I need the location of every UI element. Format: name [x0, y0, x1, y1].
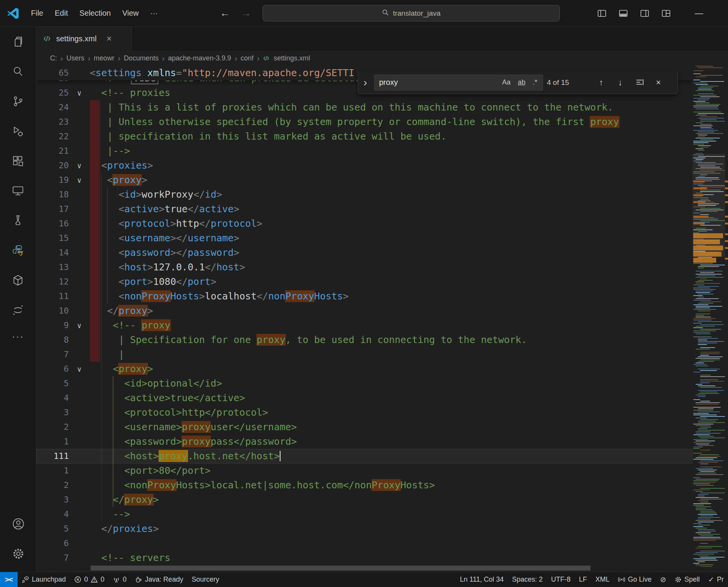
code-line[interactable]: 4 <active>true</active>: [36, 391, 692, 405]
status-prettier[interactable]: ✓Pr: [704, 572, 728, 587]
menu-selection[interactable]: Selection: [74, 6, 117, 21]
line-number[interactable]: 11: [36, 289, 69, 304]
code-line[interactable]: 1 <port>80</port>: [36, 463, 692, 478]
account-icon[interactable]: [0, 509, 36, 539]
toggle-sidebar-icon[interactable]: [597, 8, 607, 18]
code-line[interactable]: 24 | This is a list of proxies which can…: [36, 100, 692, 115]
breadcrumb-item[interactable]: conf: [241, 54, 254, 62]
tab-settings-xml[interactable]: settings.xml ×: [36, 27, 132, 50]
fold-chevron-icon[interactable]: ∨: [69, 173, 90, 187]
line-number[interactable]: 4: [36, 391, 69, 405]
code-line[interactable]: 12 <port>1080</port>: [36, 275, 692, 289]
find-close-icon[interactable]: ×: [651, 78, 666, 88]
line-number[interactable]: 23: [36, 115, 69, 129]
find-in-selection-icon[interactable]: [632, 78, 647, 87]
horizontal-scrollbar[interactable]: [91, 566, 590, 571]
minimap[interactable]: [692, 66, 725, 572]
search-view-icon[interactable]: [0, 57, 36, 86]
breadcrumb-item[interactable]: Users: [66, 54, 84, 62]
line-number[interactable]: 7: [36, 551, 69, 565]
breadcrumb-item[interactable]: settings.xml: [274, 54, 310, 62]
code-line[interactable]: 4 -->: [36, 507, 692, 522]
breadcrumb-item[interactable]: apache-maven-3.9.9: [168, 54, 231, 62]
more-views-icon[interactable]: ···: [0, 325, 36, 348]
line-number[interactable]: 14: [36, 246, 69, 260]
code-line[interactable]: 15 <username></username>: [36, 231, 692, 246]
line-number[interactable]: 12: [36, 275, 69, 289]
forward-arrow-icon[interactable]: →: [241, 7, 251, 19]
fold-chevron-icon[interactable]: ∨: [69, 86, 90, 100]
line-number[interactable]: 3: [36, 493, 69, 507]
code-line[interactable]: 22 | specification in this list marked a…: [36, 129, 692, 144]
line-number[interactable]: 5: [36, 376, 69, 391]
fold-chevron-icon[interactable]: ∨: [69, 318, 90, 333]
code-line[interactable]: 5 </proxies>: [36, 522, 692, 536]
status-eol[interactable]: LF: [575, 572, 591, 587]
code-line[interactable]: 9∨ <!-- proxy: [36, 318, 692, 333]
line-number[interactable]: 15: [36, 231, 69, 246]
find-previous-icon[interactable]: ↑: [593, 78, 609, 88]
line-number[interactable]: 7: [36, 347, 69, 362]
code-line[interactable]: 18 <id>workProxy</id>: [36, 187, 692, 202]
code-line[interactable]: 6: [36, 536, 692, 551]
toggle-replace-chevron-icon[interactable]: ›: [360, 76, 370, 89]
testing-icon[interactable]: [0, 206, 36, 236]
line-number[interactable]: 17: [36, 202, 69, 216]
code-line[interactable]: 8 | Specification for one proxy, to be u…: [36, 333, 692, 347]
code-line[interactable]: 21 |-->: [36, 144, 692, 158]
extensions-icon[interactable]: [0, 146, 36, 176]
menu-view[interactable]: View: [117, 6, 144, 21]
explorer-icon[interactable]: [0, 27, 36, 57]
code-line[interactable]: 3 <protocol>http</protocol>: [36, 405, 692, 420]
code-line[interactable]: 17 <active>true</active>: [36, 202, 692, 216]
code-line[interactable]: 111 <host>proxy.host.net</host>: [36, 449, 692, 463]
code-line[interactable]: 5 <id>optional</id>: [36, 376, 692, 391]
status-spell-checker[interactable]: Spell: [670, 572, 704, 587]
line-number[interactable]: 16: [36, 216, 69, 231]
find-input[interactable]: [379, 78, 499, 87]
remote-explorer-icon[interactable]: [0, 176, 36, 206]
code-line[interactable]: 3 </proxy>: [36, 493, 692, 507]
line-number[interactable]: 3: [36, 405, 69, 420]
line-number[interactable]: 2: [36, 420, 69, 434]
back-arrow-icon[interactable]: ←: [220, 7, 230, 19]
line-number[interactable]: 2: [36, 478, 69, 493]
python-icon[interactable]: [0, 236, 36, 265]
status-encoding[interactable]: UTF-8: [547, 572, 575, 587]
minimize-button[interactable]: —: [690, 0, 708, 27]
line-number[interactable]: 5: [36, 522, 69, 536]
status-sourcery[interactable]: Sourcery: [187, 572, 223, 587]
line-number[interactable]: 65: [36, 66, 69, 80]
line-number[interactable]: 18: [36, 187, 69, 202]
line-number[interactable]: 6: [36, 536, 69, 551]
code-line[interactable]: 19∨ <proxy>: [36, 173, 692, 187]
status-java-status[interactable]: Java: Ready: [131, 572, 187, 587]
status-launchpad[interactable]: Launchpad: [18, 572, 70, 587]
line-number[interactable]: 111: [36, 449, 69, 463]
menu-edit[interactable]: Edit: [49, 6, 73, 21]
code-line[interactable]: 1 <password>proxypass</password>: [36, 434, 692, 449]
status-indentation[interactable]: Spaces: 2: [508, 572, 547, 587]
code-line[interactable]: 20∨ <proxies>: [36, 158, 692, 173]
menu-overflow-icon[interactable]: ···: [144, 6, 164, 21]
code-line[interactable]: 14 <password></password>: [36, 246, 692, 260]
line-number[interactable]: 25: [36, 86, 69, 100]
line-number[interactable]: 19: [36, 173, 69, 187]
code-line[interactable]: 6∨ <proxy>: [36, 362, 692, 376]
jupyter-icon[interactable]: [0, 295, 36, 325]
line-number[interactable]: 9: [36, 318, 69, 333]
status-cloud-status[interactable]: ⊘: [656, 572, 670, 587]
status-problems[interactable]: 00: [70, 572, 109, 587]
status-go-live[interactable]: Go Live: [614, 572, 656, 587]
toggle-secondary-sidebar-icon[interactable]: [640, 8, 650, 18]
command-center-search[interactable]: translator_java: [263, 5, 560, 21]
code-line[interactable]: 13 <host>127.0.0.1</host>: [36, 260, 692, 275]
match-case-toggle[interactable]: Aa: [499, 77, 513, 88]
run-and-debug-icon[interactable]: [0, 116, 36, 146]
status-cursor-position[interactable]: Ln 111, Col 34: [456, 572, 508, 587]
code-line[interactable]: 2 <username>proxyuser</username>: [36, 420, 692, 434]
code-line[interactable]: 2 <nonProxyHosts>local.net|some.host.com…: [36, 478, 692, 493]
find-next-icon[interactable]: ↓: [613, 78, 628, 88]
fold-chevron-icon[interactable]: ∨: [69, 158, 90, 173]
whole-word-toggle[interactable]: ab: [515, 77, 528, 88]
